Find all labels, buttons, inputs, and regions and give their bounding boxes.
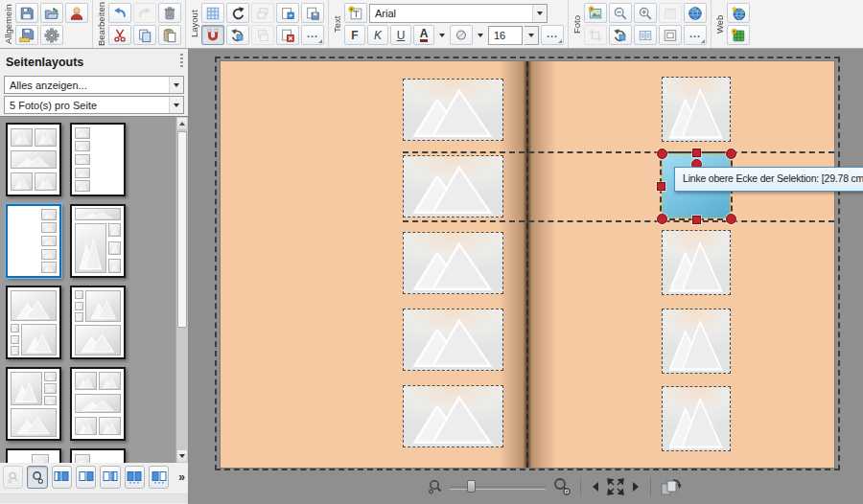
rotate-right-button[interactable] xyxy=(226,25,249,45)
photo-more-button[interactable]: ... xyxy=(684,25,707,45)
italic-button[interactable]: K xyxy=(367,25,388,45)
photo-placeholder[interactable] xyxy=(662,386,731,451)
spine-divider xyxy=(526,61,528,468)
layout-thumbnail[interactable] xyxy=(6,367,61,441)
scroll-up-icon[interactable] xyxy=(177,118,187,129)
mini-photo-box xyxy=(75,372,97,390)
photo-frame-button[interactable] xyxy=(659,25,682,45)
photo-zoom-in-button[interactable] xyxy=(634,3,657,23)
selection-handle[interactable] xyxy=(692,149,701,157)
layout-thumbnail[interactable] xyxy=(6,123,61,196)
photo-web-button[interactable] xyxy=(684,3,707,23)
font-size-select[interactable]: 16 xyxy=(488,26,523,45)
fill-color-dropdown[interactable] xyxy=(475,25,486,45)
panel-grip-icon[interactable] xyxy=(180,54,183,67)
photo-placeholder[interactable] xyxy=(662,77,731,142)
next-page-button[interactable] xyxy=(631,480,641,493)
chevron-down-icon[interactable] xyxy=(169,77,183,93)
scrollbar-thumb[interactable] xyxy=(177,131,187,328)
fit-page-button[interactable] xyxy=(606,477,625,496)
layout-category-select[interactable]: Alles anzeigen... xyxy=(4,76,184,94)
layout-thumbnail-selected[interactable] xyxy=(6,204,61,278)
bold-button[interactable]: F xyxy=(344,25,365,45)
add-text-frame-button[interactable] xyxy=(344,3,367,23)
show-grid-button[interactable] xyxy=(201,3,224,23)
layout-thumbnail[interactable] xyxy=(70,286,126,359)
copy-button[interactable] xyxy=(133,25,156,45)
sidebar-overflow-button[interactable]: » xyxy=(178,470,185,484)
selection-handle[interactable] xyxy=(657,182,665,191)
photo-rotate-button[interactable] xyxy=(609,25,632,45)
selection-handle[interactable] xyxy=(657,214,667,224)
view-filter-left-button[interactable] xyxy=(100,466,120,489)
view-filter-both-numbered-button[interactable] xyxy=(125,466,145,489)
thumbnails-larger-button[interactable] xyxy=(27,466,47,489)
text-more-button[interactable]: ... xyxy=(541,25,564,45)
font-family-select[interactable]: Arial xyxy=(369,4,548,23)
slider-thumb[interactable] xyxy=(467,480,476,493)
layout-thumbnail[interactable] xyxy=(6,286,61,359)
layout-thumbnail[interactable] xyxy=(70,123,126,196)
canvas-zoom-in-button[interactable] xyxy=(551,476,571,496)
view-filter-right-button[interactable] xyxy=(76,466,96,489)
web-service-button[interactable] xyxy=(727,3,750,23)
apply-layout-button[interactable] xyxy=(276,3,299,23)
fill-color-button[interactable] xyxy=(450,25,473,45)
font-size-dropdown[interactable] xyxy=(525,26,539,45)
save-layout-button[interactable] xyxy=(301,3,324,23)
font-color-button[interactable]: A xyxy=(413,25,434,45)
photo-split-button[interactable] xyxy=(634,25,657,45)
page-canvas[interactable]: Linke obere Ecke der Selektion: [29.78 c… xyxy=(189,49,863,504)
selection-handle[interactable] xyxy=(692,216,701,224)
chevron-down-icon[interactable] xyxy=(169,97,183,113)
paste-button[interactable] xyxy=(158,25,181,45)
toolbar-group-allgemein: Allgemein xyxy=(0,0,93,48)
photo-placeholder[interactable] xyxy=(403,309,503,371)
photo-placeholder[interactable] xyxy=(662,230,731,295)
photos-per-page-select[interactable]: 5 Foto(s) pro Seite xyxy=(4,96,184,114)
save-as-button[interactable] xyxy=(15,25,38,45)
layout-thumbnail[interactable] xyxy=(70,204,126,278)
delete-layout-button[interactable] xyxy=(276,25,299,45)
photo-placeholder[interactable] xyxy=(662,309,731,374)
web-album-button[interactable] xyxy=(727,25,750,45)
undo-button[interactable] xyxy=(108,3,131,23)
layout-more-button[interactable]: ... xyxy=(301,25,324,45)
rotate-left-button[interactable] xyxy=(226,3,249,23)
selection-handle[interactable] xyxy=(726,214,736,224)
font-color-letter: A xyxy=(420,28,429,42)
chevron-down-icon[interactable] xyxy=(532,5,547,22)
layout-thumbnail[interactable] xyxy=(6,448,61,463)
layout-thumbnail[interactable] xyxy=(70,448,126,463)
previous-page-button[interactable] xyxy=(590,480,600,493)
font-color-dropdown[interactable] xyxy=(436,25,448,45)
photo-placeholder[interactable] xyxy=(403,79,503,141)
cut-button[interactable] xyxy=(108,25,131,45)
add-photo-button[interactable] xyxy=(584,3,607,23)
view-filter-both-button[interactable] xyxy=(52,466,72,489)
photo-placeholder[interactable] xyxy=(403,232,503,294)
mini-photo-box xyxy=(11,335,20,344)
save-button[interactable] xyxy=(15,3,38,23)
selection-handle[interactable] xyxy=(726,149,736,159)
thumbnails-scrollbar[interactable] xyxy=(175,117,188,463)
settings-button[interactable] xyxy=(40,25,63,45)
mini-photo-box xyxy=(75,180,90,192)
photo-zoom-out-button[interactable] xyxy=(609,3,632,23)
scroll-down-icon[interactable] xyxy=(177,450,187,462)
snap-magnet-button[interactable] xyxy=(201,25,224,45)
delete-button[interactable] xyxy=(158,3,181,23)
layout-thumbnail[interactable] xyxy=(70,367,126,441)
rotate-view-button[interactable] xyxy=(660,477,682,496)
open-button[interactable] xyxy=(40,3,63,23)
canvas-zoom-slider[interactable] xyxy=(450,479,546,494)
mini-photo-box xyxy=(41,249,57,261)
underline-button[interactable]: U xyxy=(390,25,411,45)
photo-placeholder[interactable] xyxy=(403,155,503,218)
view-filter-left-numbered-button[interactable] xyxy=(149,466,169,489)
selection-handle[interactable] xyxy=(657,149,667,159)
photo-placeholder[interactable] xyxy=(403,385,503,447)
canvas-zoom-out-button[interactable] xyxy=(427,478,444,495)
account-button[interactable] xyxy=(65,3,88,23)
slider-track[interactable] xyxy=(450,486,546,490)
